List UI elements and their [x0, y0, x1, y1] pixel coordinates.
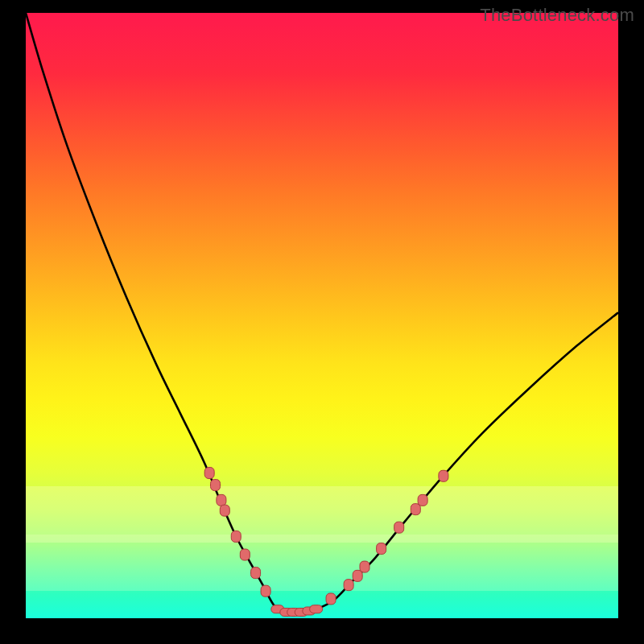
marker-group [204, 468, 448, 617]
data-marker [261, 585, 270, 597]
data-marker [310, 605, 323, 613]
data-marker [326, 593, 336, 605]
data-marker [394, 522, 404, 533]
data-marker [204, 468, 214, 479]
data-marker [353, 570, 362, 581]
chart-container: TheBottleneck.com [0, 0, 644, 644]
bottleneck-curve [26, 13, 618, 613]
data-marker [418, 494, 427, 506]
data-marker [411, 504, 420, 515]
data-marker [240, 549, 250, 560]
data-marker [439, 470, 448, 481]
watermark-text: TheBottleneck.com [480, 5, 634, 26]
data-marker [211, 480, 221, 491]
data-marker [231, 530, 241, 542]
data-marker [344, 580, 353, 591]
data-marker [377, 543, 386, 555]
data-marker [360, 561, 369, 572]
data-marker [251, 568, 261, 579]
chart-svg [26, 13, 618, 618]
data-marker [217, 494, 226, 506]
data-marker [220, 505, 229, 516]
plot-area [26, 13, 618, 618]
